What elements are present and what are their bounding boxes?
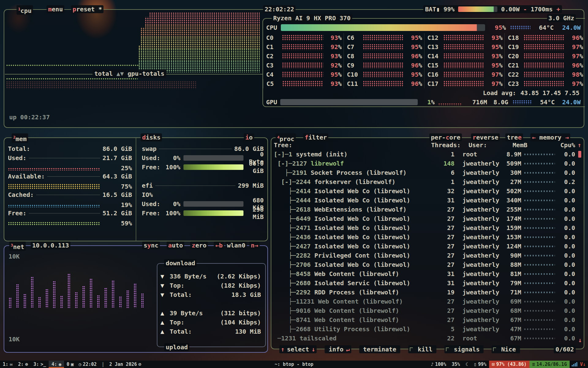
- process-row[interactable]: ├─2191 Socket Process (librewolf) 6 jwea…: [274, 168, 581, 177]
- tab-cpu[interactable]: 1cpu: [17, 5, 33, 15]
- volume-indicator[interactable]: ♪100%: [428, 361, 449, 368]
- process-row[interactable]: ├─2706 Isolated Web Co (librewol) 27 jwe…: [274, 260, 581, 269]
- memory-usage-segment[interactable]: ≡14.2G/86.1G: [530, 361, 570, 368]
- workspace-button[interactable]: 1: ✉: [0, 361, 15, 368]
- efi-free-row: Free:100%298 MiB: [142, 209, 264, 218]
- process-row[interactable]: ├─2414 Isolated Web Co (librewol) 32 jwe…: [274, 186, 581, 196]
- preset-button[interactable]: preset *: [71, 5, 104, 13]
- process-row[interactable]: ├─2680 Isolated Servic (librewol) 31 jwe…: [274, 278, 581, 288]
- sort-right-arrow[interactable]: →: [565, 134, 569, 141]
- battery-indicator[interactable]: ▯99%: [471, 361, 489, 368]
- net-info-panel: download upload ▼ 336 Byte/s (2.62 Kibps…: [157, 263, 266, 347]
- process-cpu-graph: [524, 319, 555, 321]
- process-threads: 27: [424, 261, 454, 268]
- night-mode-indicator[interactable]: ☾: [463, 361, 471, 368]
- core-usage-graph: [282, 81, 323, 87]
- process-row[interactable]: ├─8741 Web Content (librewolf) 27 jweath…: [274, 315, 581, 324]
- tab-io[interactable]: io: [244, 133, 254, 141]
- direction-icon: ▼: [160, 273, 170, 280]
- proc-action-button[interactable]: terminate: [359, 345, 400, 353]
- process-user: jweatherly: [454, 224, 497, 232]
- graph-mode-toggle[interactable]: total ▲▼ gpu-totals: [92, 70, 166, 78]
- process-user: jweatherly: [454, 197, 497, 204]
- tab-disks[interactable]: disks: [141, 133, 162, 141]
- menu-button[interactable]: menu: [47, 5, 64, 13]
- core-id: C4: [266, 71, 282, 78]
- load-average-values: 43.85 17.45 7.55: [520, 89, 579, 97]
- tab-mem[interactable]: 2mem: [12, 133, 28, 143]
- process-row[interactable]: ├─6449 Isolated Web Co (librewol) 27 jwe…: [274, 214, 581, 223]
- col-user[interactable]: User:: [461, 140, 503, 150]
- process-row[interactable]: ├─11231 Web Content (librewolf) 27 jweat…: [274, 297, 581, 306]
- net-auto-button[interactable]: auto: [167, 241, 184, 249]
- process-row[interactable]: ├─2282 Privileged Cont (librewol) 27 jwe…: [274, 251, 581, 260]
- tab-net[interactable]: 3net: [9, 241, 26, 251]
- core-usage-graph: [524, 71, 565, 78]
- battery-outline-icon: ▯: [474, 362, 477, 367]
- process-row[interactable]: ─1231 tailscaled 22 root 67M 0.0: [274, 334, 581, 343]
- process-row[interactable]: ├─9016 Web Content (librewolf) 27 jweath…: [274, 306, 581, 315]
- net-prev-iface-button[interactable]: ←b: [214, 241, 224, 249]
- process-row[interactable]: ├─2427 Isolated Web Co (librewol) 27 jwe…: [274, 242, 581, 251]
- process-cpu-graph: [524, 227, 555, 229]
- mem-cached-row: Cached:16.5 GiB: [8, 190, 132, 199]
- proc-action-button[interactable]: Nice: [492, 345, 520, 353]
- core-usage-percent: 95%: [406, 43, 422, 51]
- wifi-signal-icon[interactable]: [570, 362, 579, 366]
- process-row[interactable]: [-]─2127 librewolf 148 jweatherly 509M 0…: [274, 159, 581, 168]
- process-cpu-graph: [524, 200, 555, 201]
- process-row[interactable]: [-]─1 systemd (init) 1 root 8.9M 0.0: [274, 150, 581, 159]
- net-sync-button[interactable]: sync: [142, 241, 160, 249]
- core-id: C22: [508, 71, 524, 78]
- proc-action-button[interactable]: info ↵: [325, 345, 351, 353]
- interval-decrease-button[interactable]: -: [523, 5, 527, 13]
- workspace-button[interactable]: 4: ◉: [49, 361, 64, 368]
- process-tree-cell: ├─2427 Isolated Web Co (librewol): [274, 243, 424, 250]
- core-id: C6: [347, 34, 363, 41]
- efi-free-bar: [183, 210, 243, 216]
- process-row[interactable]: ├─2436 Isolated Web Co (librewol) 27 jwe…: [274, 232, 581, 242]
- scrollbar-thumb[interactable]: [578, 151, 581, 158]
- sort-direction-icon[interactable]: ↑: [575, 140, 581, 150]
- graph-toggle-arrows[interactable]: ▲▼: [116, 70, 124, 77]
- col-threads[interactable]: Threads:: [430, 140, 461, 150]
- workspace-icon: ✉: [10, 362, 13, 367]
- gpu-history-line: [6, 78, 138, 80]
- core-id: C16: [428, 71, 443, 78]
- process-row[interactable]: ├─2668 Utility Process (librewol) 5 jwea…: [274, 324, 581, 334]
- scroll-down-icon[interactable]: ↓: [578, 336, 582, 344]
- core-usage-graph: [524, 81, 565, 87]
- net-zero-button[interactable]: zero: [190, 241, 208, 249]
- process-row[interactable]: ├─2444 Isolated Web Co (librewol) 31 jwe…: [274, 196, 581, 205]
- workspace-button[interactable]: 2: ⊕: [15, 361, 31, 368]
- core-usage-percent: 97%: [567, 52, 583, 60]
- process-row[interactable]: [-]─2244 forkserver (librewolf) 1 jweath…: [274, 177, 581, 186]
- proc-action-button[interactable]: signals: [444, 345, 484, 353]
- process-mem: 67M: [497, 335, 521, 342]
- proc-action-button[interactable]: ↑ select ↓: [279, 345, 317, 353]
- process-row[interactable]: ├─8458 Web Content (librewolf) 31 jweath…: [274, 269, 581, 278]
- core-cell: C9 96%: [344, 61, 424, 70]
- cpu-usage-segment[interactable]: ⊡97% (43.86): [489, 361, 529, 368]
- process-row[interactable]: ├─2292 RDD Process (librewolf) 19 jweath…: [274, 288, 581, 297]
- col-memb[interactable]: MemB: [503, 140, 527, 150]
- net-next-iface-button[interactable]: n→: [249, 241, 260, 249]
- col-tree[interactable]: Tree:: [274, 140, 430, 150]
- core-id: C8: [347, 52, 363, 60]
- vpn-status-icon[interactable]: V↓: [579, 362, 588, 367]
- process-mem: 159M: [497, 224, 521, 232]
- process-row[interactable]: ├─2618 WebExtensions (librewolf) 27 jwea…: [274, 205, 581, 214]
- workspace-button[interactable]: 3: >_: [31, 361, 49, 368]
- proc-action-button[interactable]: kill: [408, 345, 436, 353]
- net-stat-row: ▲ Total: 130 MiB: [160, 327, 261, 336]
- process-row[interactable]: ├─2471 Isolated Web Co (librewol) 27 jwe…: [274, 223, 581, 232]
- sort-left-arrow[interactable]: ←: [532, 134, 536, 141]
- core-usage-percent: 97%: [487, 71, 503, 78]
- interval-increase-button[interactable]: +: [556, 5, 560, 13]
- gpu-meter: [280, 99, 418, 105]
- process-cpu: 0.0: [558, 335, 575, 342]
- col-cpu[interactable]: Cpu%: [558, 140, 575, 150]
- process-tree-cell: [-]─1 systemd (init): [274, 151, 424, 158]
- brightness-indicator[interactable]: 35%: [449, 361, 463, 368]
- mem-used-row: Used:21.7 GiB: [8, 153, 132, 163]
